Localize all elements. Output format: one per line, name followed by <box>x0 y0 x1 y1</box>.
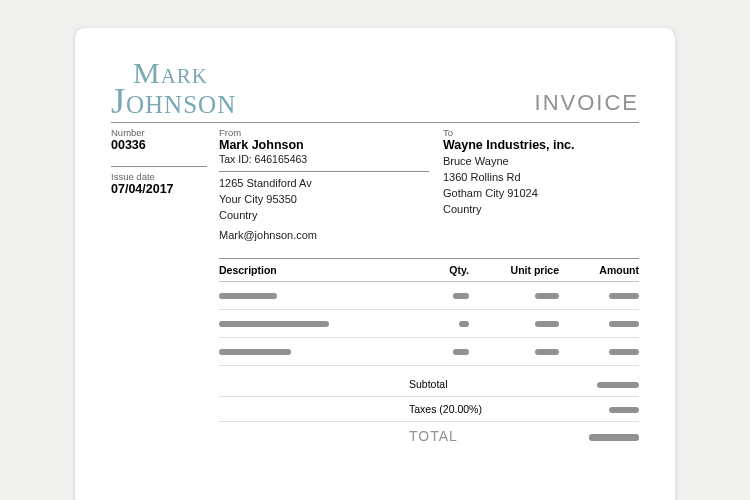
col-description: Description <box>219 264 409 276</box>
col-amount: Amount <box>559 264 639 276</box>
placeholder-bar <box>609 293 639 299</box>
subtotal-label: Subtotal <box>409 378 559 390</box>
placeholder-bar <box>609 321 639 327</box>
from-name: Mark Johnson <box>219 138 429 153</box>
header: Mark Johnson INVOICE <box>111 60 639 116</box>
subtotal-row: Subtotal <box>219 372 639 397</box>
to-name: Wayne Industries, inc. <box>443 138 639 154</box>
placeholder-bar <box>453 349 469 355</box>
col-qty: Qty. <box>409 264 469 276</box>
total-row: TOTAL <box>219 422 639 450</box>
from-email: Mark@johnson.com <box>219 228 429 244</box>
line-items-table: Description Qty. Unit price Amount <box>219 258 639 366</box>
to-country: Country <box>443 202 639 218</box>
meta-row: Number 00336 Issue date 07/04/2017 From … <box>111 122 639 244</box>
items-header: Description Qty. Unit price Amount <box>219 258 639 282</box>
from-country: Country <box>219 208 429 224</box>
from-address2: Your City 95350 <box>219 192 429 208</box>
document-title: INVOICE <box>535 90 639 116</box>
to-label: To <box>443 123 639 138</box>
total-label: TOTAL <box>409 428 559 444</box>
taxes-label: Taxes (20.00%) <box>409 403 559 415</box>
to-contact: Bruce Wayne <box>443 154 639 170</box>
from-address1: 1265 Standiford Av <box>219 176 429 192</box>
number-label: Number <box>111 123 207 138</box>
to-address1: 1360 Rollins Rd <box>443 170 639 186</box>
totals-block: Subtotal Taxes (20.00%) TOTAL <box>219 372 639 450</box>
issue-date-value: 07/04/2017 <box>111 182 207 202</box>
line-item <box>219 338 639 366</box>
placeholder-bar <box>535 349 559 355</box>
placeholder-bar <box>459 321 469 327</box>
col-unit-price: Unit price <box>469 264 559 276</box>
from-label: From <box>219 123 429 138</box>
placeholder-bar <box>609 407 639 413</box>
invoice-sheet: Mark Johnson INVOICE Number 00336 Issue … <box>75 28 675 500</box>
placeholder-bar <box>219 349 291 355</box>
issue-date-label: Issue date <box>111 167 207 182</box>
placeholder-bar <box>219 293 277 299</box>
placeholder-bar <box>597 382 639 388</box>
number-value: 00336 <box>111 138 207 158</box>
line-item <box>219 310 639 338</box>
placeholder-bar <box>609 349 639 355</box>
taxes-row: Taxes (20.00%) <box>219 397 639 422</box>
logo: Mark Johnson <box>111 60 236 116</box>
placeholder-bar <box>535 293 559 299</box>
to-address2: Gotham City 91024 <box>443 186 639 202</box>
placeholder-bar <box>535 321 559 327</box>
placeholder-bar <box>453 293 469 299</box>
line-item <box>219 282 639 310</box>
placeholder-bar <box>219 321 329 327</box>
logo-line2: Johnson <box>111 86 236 117</box>
from-tax-id: Tax ID: 646165463 <box>219 153 429 172</box>
placeholder-bar <box>589 434 639 441</box>
